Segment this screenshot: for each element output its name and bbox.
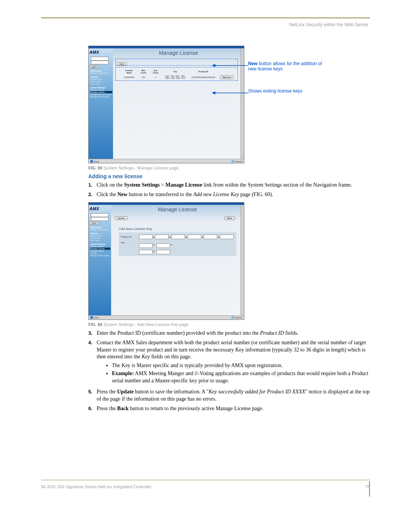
key-input-3[interactable] xyxy=(139,250,153,254)
key-input-1[interactable] xyxy=(139,243,153,248)
status-internet: 🌐 Internet xyxy=(231,316,242,319)
back-button[interactable]: Back xyxy=(225,216,235,220)
status-done: 🟦 Done xyxy=(90,316,99,319)
figure-59: AMX u: p: Log In - WebControl Manage Con… xyxy=(88,46,330,163)
page-title: Manage License xyxy=(113,48,244,59)
page-title: Manage License xyxy=(111,205,244,216)
product-id-input-6[interactable] xyxy=(220,235,234,239)
scrollbar[interactable] xyxy=(241,205,244,315)
product-id-input-3[interactable] xyxy=(171,235,185,239)
figure-60-caption: FIG. 60 System Settings - Add New Licens… xyxy=(88,322,370,327)
username-input[interactable] xyxy=(91,213,108,217)
section-adding-new-license: Adding a new license xyxy=(88,173,370,179)
label-key: Key xyxy=(121,241,139,244)
key-input-4[interactable] xyxy=(156,250,170,254)
update-button[interactable]: Update xyxy=(115,216,127,220)
password-input[interactable] xyxy=(91,217,108,221)
product-id-input-2[interactable] xyxy=(155,235,169,239)
figure-59-caption: FIG. 59 System Settings - Manage License… xyxy=(88,166,370,170)
step-4-bullet-1: The Key is Master specific and is typica… xyxy=(112,362,370,369)
callout-existing-keys: Shows exiting license keys xyxy=(248,88,328,94)
product-id-input-1[interactable] xyxy=(139,235,153,239)
page-header: NetLinx Security within the Web Server xyxy=(289,22,368,27)
step-4-bullet-2: Example: AMX Meeting Manger and i!-Votin… xyxy=(112,370,370,385)
new-button[interactable]: New xyxy=(117,62,127,66)
amx-logo: AMX xyxy=(89,50,112,54)
app-window-60: AMX u: p: Log In - WebControl Manage Con… xyxy=(88,202,244,320)
amx-logo: AMX xyxy=(89,206,110,211)
callout-new-button: New button allows for the addition of ne… xyxy=(248,61,328,72)
username-input[interactable] xyxy=(91,57,108,61)
license-table: Product Name Max Count Use Count Key Pro… xyxy=(121,68,236,80)
figure-60: AMX u: p: Log In - WebControl Manage Con… xyxy=(88,202,370,320)
step-3: 3. Enter the Product ID (certificate num… xyxy=(88,330,370,337)
svg-marker-3 xyxy=(212,91,215,94)
status-internet: 🌐 Internet xyxy=(231,160,242,163)
step-1: 1. Click on the System Settings > Manage… xyxy=(88,182,370,189)
product-id-input-5[interactable] xyxy=(204,235,217,239)
col-product-name: Product Name xyxy=(121,69,137,74)
col-max-count: Max Count xyxy=(138,69,149,74)
password-input[interactable] xyxy=(91,61,108,64)
product-id-input-4[interactable] xyxy=(188,235,201,239)
step-6: 6. Press the Back button to return to th… xyxy=(88,405,370,412)
remove-button[interactable]: Remove xyxy=(220,75,234,79)
svg-marker-1 xyxy=(212,64,215,67)
col-product-id: Product ID xyxy=(190,69,217,74)
form-title: Add New License Key xyxy=(119,227,236,231)
login-button[interactable]: Log In xyxy=(89,65,99,68)
key-input-2[interactable] xyxy=(156,243,170,248)
label-product-id: Product ID xyxy=(121,236,139,238)
page-number: 75 xyxy=(365,484,370,489)
nav-manage-connections[interactable]: Manage Connections xyxy=(90,72,112,74)
col-key: Key xyxy=(162,69,189,74)
status-done: 🟦 Done xyxy=(90,160,99,163)
step-4: 4. Contact the AMX Sales department with… xyxy=(88,339,370,386)
step-5: 5. Press the Update button to save the i… xyxy=(88,388,370,403)
nav-user-level[interactable]: User Level xyxy=(90,83,112,85)
table-row: 1234567891 234 1 1232 - 7973 - 8247 - 67… xyxy=(121,75,236,80)
footer-left: NI-3101-SIG Signature Series NetLinx Int… xyxy=(41,484,151,489)
col-use-count: Use Count xyxy=(150,69,161,74)
step-2: 2. Click the New button to be transferre… xyxy=(88,191,370,198)
login-button[interactable]: Log In xyxy=(89,222,99,225)
nav-manage-other-devices[interactable]: Manage Other Devices xyxy=(90,96,112,98)
